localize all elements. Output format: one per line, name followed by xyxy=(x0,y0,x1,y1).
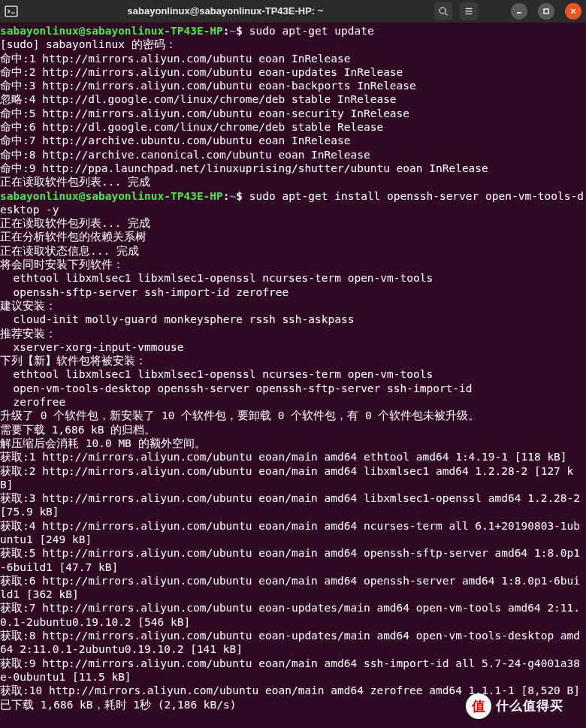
svg-rect-7 xyxy=(544,9,548,14)
prompt-user: sabayonlinux@sabayonlinux-TP43E-HP xyxy=(0,25,223,37)
prompt-path: ~ xyxy=(230,190,237,202)
hamburger-menu-button[interactable] xyxy=(460,2,478,20)
window-title: sabayonlinux@sabayonlinux-TP43E-HP: ~ xyxy=(24,5,427,18)
prompt-dollar: $ xyxy=(236,25,249,37)
svg-rect-0 xyxy=(5,6,17,17)
prompt-colon: : xyxy=(223,25,230,37)
command-1: sudo apt-get update xyxy=(249,25,374,37)
prompt-path: ~ xyxy=(230,25,237,37)
watermark: 值 什么值得买 xyxy=(466,693,563,719)
svg-point-1 xyxy=(440,8,446,14)
terminal-output[interactable]: sabayonlinux@sabayonlinux-TP43E-HP:~$ su… xyxy=(0,23,586,711)
output-install: 正在读取软件包列表... 完成 正在分析软件包的依赖关系树 正在读取状态信息..… xyxy=(0,217,586,710)
watermark-text: 什么值得买 xyxy=(496,699,563,713)
svg-line-2 xyxy=(446,14,448,16)
watermark-badge: 值 xyxy=(466,693,491,719)
minimize-button[interactable] xyxy=(511,3,527,20)
terminal-icon xyxy=(5,5,18,18)
prompt-dollar: $ xyxy=(236,190,249,202)
maximize-button[interactable] xyxy=(538,3,554,20)
prompt-colon: : xyxy=(223,190,230,202)
prompt-user: sabayonlinux@sabayonlinux-TP43E-HP xyxy=(0,190,223,202)
window-titlebar: sabayonlinux@sabayonlinux-TP43E-HP: ~ xyxy=(0,0,586,23)
output-update: [sudo] sabayonlinux 的密码： 命中:1 http://mir… xyxy=(0,38,488,188)
search-button[interactable] xyxy=(434,2,452,20)
close-button[interactable] xyxy=(565,3,581,20)
